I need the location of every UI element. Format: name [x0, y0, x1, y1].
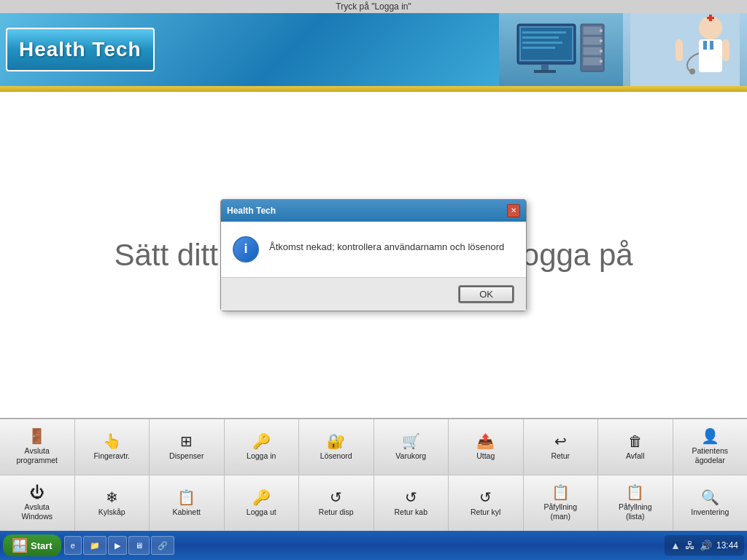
toolbar-icon-logga-in: 🔑 — [252, 434, 271, 448]
tray-arrow-icon: ▲ — [670, 540, 681, 551]
svg-rect-8 — [534, 70, 556, 73]
toolbar-label-avsluta-windows: AvslutaWindows — [21, 502, 53, 521]
toolbar-icon-avsluta-programmet: 🚪 — [28, 429, 46, 443]
toolbar-label-fingeravtr: Fingeravtr. — [93, 451, 130, 461]
toolbar-label-retur-disp: Retur disp — [319, 508, 354, 517]
svg-rect-7 — [541, 64, 549, 70]
toolbar-btn-logga-ut[interactable]: 🔑Logga ut — [225, 475, 300, 531]
nurse-image — [623, 13, 747, 86]
toolbar-icon-logga-ut: 🔑 — [252, 490, 271, 505]
toolbar-btn-retur-kab[interactable]: ↺Retur kab — [374, 475, 449, 531]
toolbar-btn-pafyllning-man[interactable]: 📋Påfyllning(man) — [524, 475, 599, 531]
toolbar-btn-inventering[interactable]: 🔍Inventering — [673, 475, 748, 531]
toolbar-btn-varukorg[interactable]: 🛒Varukorg — [374, 419, 449, 475]
svg-point-15 — [600, 39, 603, 42]
error-dialog: Health Tech ✕ i Åtkomst nekad; kontrolle… — [220, 199, 527, 311]
toolbar-btn-patientens-agodelar[interactable]: 👤Patientensägodelar — [673, 419, 748, 475]
toolbar-label-avsluta-programmet: Avslutaprogrammet — [16, 446, 58, 464]
toolbar-label-losenord: Lösenord — [320, 451, 352, 461]
svg-rect-5 — [522, 42, 562, 44]
taskbar-program-0[interactable]: e — [64, 536, 82, 555]
dialog-titlebar: Health Tech ✕ — [221, 200, 526, 222]
toolbar-label-uttag: Uttag — [476, 451, 495, 461]
toolbar-label-patientens-agodelar: Patientensägodelar — [692, 446, 728, 464]
taskbar-program-4[interactable]: 🔗 — [151, 536, 174, 555]
svg-rect-26 — [722, 39, 729, 61]
svg-rect-11 — [583, 36, 602, 45]
toolbar-btn-retur-disp[interactable]: ↺Retur disp — [299, 475, 374, 531]
gold-bar — [0, 86, 747, 92]
toolbar-btn-retur[interactable]: ↩Retur — [524, 419, 599, 475]
taskbar-time: 13:44 — [716, 540, 738, 551]
toolbar-area: 🚪Avslutaprogrammet👆Fingeravtr.⊞Dispenser… — [0, 418, 747, 531]
toolbar-icon-inventering: 🔍 — [701, 490, 719, 505]
svg-rect-27 — [676, 39, 683, 61]
header: Health Tech Version 69.05.79 - build 800 — [0, 13, 747, 86]
toolbar-icon-varukorg: 🛒 — [402, 434, 420, 448]
ok-button[interactable]: OK — [458, 285, 514, 303]
toolbar-btn-losenord[interactable]: 🔐Lösenord — [299, 419, 374, 475]
toolbar-label-retur: Retur — [551, 451, 570, 461]
toolbar-icon-retur-disp: ↺ — [330, 490, 342, 505]
toolbar-row-2: ⏻AvslutaWindows❄Kylskåp📋Kabinett🔑Logga u… — [0, 475, 747, 532]
toolbar-icon-pafyllning-lista: 📋 — [626, 485, 644, 499]
tray-volume-icon: 🔊 — [700, 540, 712, 551]
toolbar-label-avfall: Avfall — [626, 451, 645, 461]
toolbar-label-kylskap: Kylskåp — [98, 508, 125, 517]
toolbar-btn-logga-in[interactable]: 🔑Logga in — [225, 419, 300, 475]
toolbar-btn-kylskap[interactable]: ❄Kylskåp — [75, 475, 150, 531]
toolbar-label-logga-in: Logga in — [247, 451, 276, 461]
dialog-body: i Åtkomst nekad; kontrollera användarnam… — [221, 222, 526, 277]
toolbar-btn-fingeravtr[interactable]: 👆Fingeravtr. — [75, 419, 150, 475]
toolbar-icon-patientens-agodelar: 👤 — [701, 429, 719, 443]
taskbar-program-1[interactable]: 📁 — [83, 536, 107, 555]
toolbar-btn-dispenser[interactable]: ⊞Dispenser — [150, 419, 225, 475]
dialog-overlay: Health Tech ✕ i Åtkomst nekad; kontrolle… — [0, 92, 747, 418]
toolbar-label-varukorg: Varukorg — [395, 451, 426, 461]
svg-point-25 — [689, 69, 695, 74]
toolbar-btn-retur-kyl[interactable]: ↺Retur kyl — [449, 475, 524, 531]
header-logo: Health Tech — [6, 28, 155, 71]
toolbar-btn-pafyllning-lista[interactable]: 📋Påfyllning(lista) — [598, 475, 673, 531]
header-images — [499, 13, 747, 86]
svg-rect-24 — [709, 15, 712, 21]
logo-text: Health Tech — [19, 38, 142, 61]
toolbar-btn-avfall[interactable]: 🗑Avfall — [598, 419, 673, 475]
toolbar-btn-kabinett[interactable]: 📋Kabinett — [150, 475, 225, 531]
taskbar-programs: e📁▶🖥🔗 — [64, 536, 662, 555]
toolbar-label-dispenser: Dispenser — [169, 451, 204, 461]
svg-rect-6 — [522, 47, 555, 49]
svg-point-14 — [600, 29, 603, 32]
svg-rect-21 — [703, 41, 707, 50]
start-button[interactable]: 🪟 Start — [3, 534, 61, 556]
taskbar-program-2[interactable]: ▶ — [108, 536, 127, 555]
toolbar-label-inventering: Inventering — [691, 508, 729, 517]
start-label: Start — [31, 540, 53, 551]
svg-point-16 — [600, 50, 603, 52]
dialog-message: Åtkomst nekad; kontrollera användarnamn … — [269, 236, 504, 254]
toolbar-btn-avsluta-programmet[interactable]: 🚪Avslutaprogrammet — [0, 419, 75, 475]
toolbar-label-retur-kab: Retur kab — [394, 508, 427, 517]
toolbar-icon-uttag: 📤 — [476, 434, 495, 448]
toolbar-row-1: 🚪Avslutaprogrammet👆Fingeravtr.⊞Dispenser… — [0, 419, 747, 475]
toolbar-label-logga-ut: Logga ut — [247, 508, 276, 517]
close-icon: ✕ — [511, 206, 516, 214]
toolbar-btn-uttag[interactable]: 📤Uttag — [449, 419, 524, 475]
toolbar-icon-pafyllning-man: 📋 — [551, 485, 570, 499]
main-content: Sätt ditt Tjä... tt logga på Health Tech… — [0, 92, 747, 418]
svg-rect-13 — [583, 57, 602, 66]
toolbar-btn-avsluta-windows[interactable]: ⏻AvslutaWindows — [0, 475, 75, 531]
monitor-image — [499, 13, 623, 86]
toolbar-icon-avfall: 🗑 — [628, 434, 643, 448]
taskbar-program-3[interactable]: 🖥 — [128, 536, 150, 555]
toolbar-icon-dispenser: ⊞ — [180, 434, 193, 448]
dialog-close-button[interactable]: ✕ — [507, 204, 520, 217]
tray-network-icon: 🖧 — [685, 540, 695, 551]
toolbar-icon-losenord: 🔐 — [327, 434, 345, 448]
toolbar-icon-retur-kyl: ↺ — [479, 490, 492, 505]
svg-rect-12 — [583, 47, 602, 55]
title-text: Tryck på "Logga in" — [336, 1, 411, 12]
dialog-title: Health Tech — [227, 206, 276, 216]
toolbar-label-retur-kyl: Retur kyl — [471, 508, 500, 517]
dialog-footer: OK — [221, 277, 526, 311]
